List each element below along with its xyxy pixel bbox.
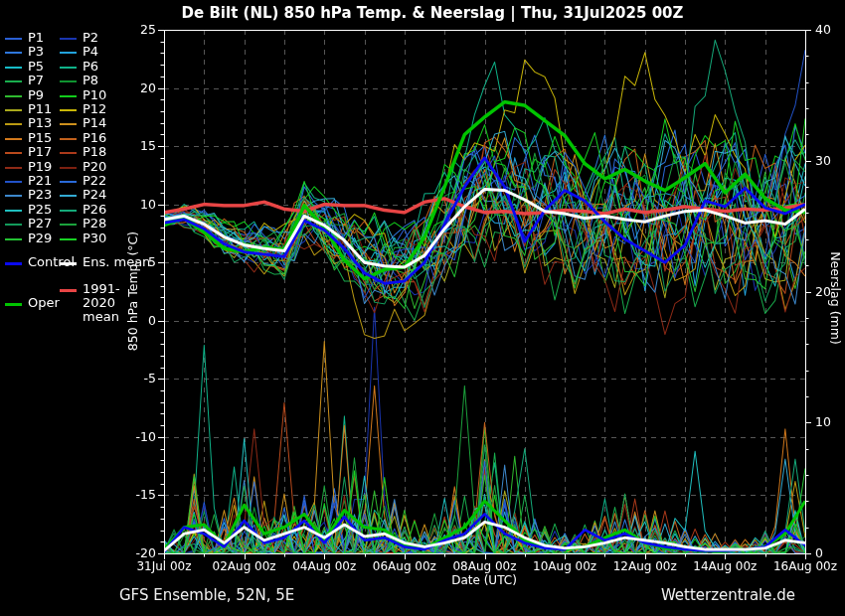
legend-item-p20-label: P20 xyxy=(83,160,106,174)
legend-item-p16-swatch xyxy=(60,138,77,140)
legend-item-p26-swatch xyxy=(60,210,77,212)
legend-item-p30-label: P30 xyxy=(83,231,106,245)
y-right-tick-label: 30 xyxy=(815,153,845,168)
x-tick-label: 10Aug 00z xyxy=(520,559,609,573)
legend-item-p5-swatch xyxy=(5,67,22,69)
legend-item-p6-label: P6 xyxy=(83,60,98,74)
legend-item-p10-label: P10 xyxy=(83,88,106,102)
x-axis-title: Date (UTC) xyxy=(405,573,564,587)
legend-item-p17-swatch xyxy=(5,152,22,154)
page-title: De Bilt (NL) 850 hPa Temp. & Neerslag | … xyxy=(30,4,835,22)
y-left-tick-label: -15 xyxy=(124,487,156,502)
footer-model-info: GFS Ensemble, 52N, 5E xyxy=(119,586,294,604)
legend-item-p3-swatch xyxy=(5,52,22,54)
y-left-tick-label: 25 xyxy=(124,22,156,37)
legend-item-p2-label: P2 xyxy=(83,31,98,45)
legend-item-p8-label: P8 xyxy=(83,74,98,87)
y-left-tick-label: 5 xyxy=(124,254,156,269)
legend-item-p14-swatch xyxy=(60,123,77,125)
legend-item-p9-label: P9 xyxy=(28,88,44,102)
x-tick-label: 31Jul 00z xyxy=(119,559,209,573)
y-right-tick-label: 10 xyxy=(815,414,845,429)
y-right-tick-label: 40 xyxy=(815,22,845,37)
legend-item-p24-label: P24 xyxy=(83,188,106,202)
legend-item-oper-label: Oper xyxy=(28,296,60,310)
legend-item-p4-swatch xyxy=(60,52,77,54)
legend-item-p29-label: P29 xyxy=(28,231,52,245)
y-left-tick-label: 0 xyxy=(124,313,156,328)
legend-item-p25-swatch xyxy=(5,210,22,212)
legend-item-p3-label: P3 xyxy=(28,45,44,59)
y-right-tick-label: 20 xyxy=(815,284,845,299)
legend-item-p18-label: P18 xyxy=(83,145,106,159)
legend-item-p30-swatch xyxy=(60,238,77,240)
legend-item-p19-swatch xyxy=(5,167,22,169)
legend-item-p15-label: P15 xyxy=(28,131,52,145)
legend-item-p20-swatch xyxy=(60,167,77,169)
legend-item-p21-label: P21 xyxy=(28,174,52,188)
legend-item-p9-swatch xyxy=(5,95,22,97)
x-tick-label: 16Aug 00z xyxy=(760,559,845,573)
legend-item-p14-label: P14 xyxy=(83,116,106,130)
legend-item-p22-swatch xyxy=(60,181,77,183)
y-left-tick-label: -20 xyxy=(124,545,156,560)
legend-item-p25-label: P25 xyxy=(28,203,52,217)
legend-item-p5-label: P5 xyxy=(28,60,44,74)
legend-item-p26-label: P26 xyxy=(83,203,106,217)
legend-item-p11-label: P11 xyxy=(28,102,52,116)
legend-item-p2-swatch xyxy=(60,38,77,40)
legend-item-clim-swatch xyxy=(60,289,77,292)
y-left-tick-label: 10 xyxy=(124,197,156,212)
legend-item-p11-swatch xyxy=(5,109,22,111)
legend-item-p23-label: P23 xyxy=(28,188,52,202)
legend-item-p13-label: P13 xyxy=(28,116,52,130)
y-left-tick-label: 15 xyxy=(124,138,156,153)
x-tick-label: 02Aug 00z xyxy=(200,559,289,573)
legend-item-p18-swatch xyxy=(60,152,77,154)
meteogram-screen: De Bilt (NL) 850 hPa Temp. & Neerslag | … xyxy=(0,0,845,616)
legend-item-p12-label: P12 xyxy=(83,102,106,116)
legend-item-p13-swatch xyxy=(5,123,22,125)
x-tick-label: 06Aug 00z xyxy=(360,559,449,573)
x-tick-label: 12Aug 00z xyxy=(600,559,690,573)
legend-item-p8-swatch xyxy=(60,80,77,82)
legend-item-p12-swatch xyxy=(60,109,77,111)
legend-item-p4-label: P4 xyxy=(83,45,98,59)
legend-item-p23-swatch xyxy=(5,195,22,197)
legend-item-p28-swatch xyxy=(60,224,77,226)
x-tick-label: 08Aug 00z xyxy=(440,559,530,573)
y-left-tick-label: -10 xyxy=(124,429,156,444)
legend-item-p27-label: P27 xyxy=(28,217,52,231)
legend-item-p21-swatch xyxy=(5,181,22,183)
y-left-tick-label: -5 xyxy=(124,371,156,385)
x-tick-label: 04Aug 00z xyxy=(279,559,369,573)
y-left-tick-label: 20 xyxy=(124,80,156,95)
footer-branding: Wetterzentrale.de xyxy=(557,586,795,604)
ensemble-legend: P1P2P3P4P5P6P7P8P9P10P11P12P13P14P15P16P… xyxy=(0,28,159,321)
legend-item-ens-mean-swatch xyxy=(60,262,77,265)
legend-item-p7-label: P7 xyxy=(28,74,44,87)
legend-item-p15-swatch xyxy=(5,138,22,140)
legend-item-p24-swatch xyxy=(60,195,77,197)
legend-item-p1-swatch xyxy=(5,38,22,40)
legend-item-p17-label: P17 xyxy=(28,145,52,159)
legend-item-p6-swatch xyxy=(60,67,77,69)
legend-item-p27-swatch xyxy=(5,224,22,226)
legend-item-p7-swatch xyxy=(5,80,22,82)
y-right-tick-label: 0 xyxy=(815,545,845,560)
x-tick-label: 14Aug 00z xyxy=(680,559,769,573)
legend-item-p22-label: P22 xyxy=(83,174,106,188)
legend-item-p1-label: P1 xyxy=(28,31,44,45)
legend-item-p29-swatch xyxy=(5,238,22,240)
legend-item-p28-label: P28 xyxy=(83,217,106,231)
legend-item-p16-label: P16 xyxy=(83,131,106,145)
legend-item-p19-label: P19 xyxy=(28,160,52,174)
legend-item-p10-swatch xyxy=(60,95,77,97)
legend-item-oper-swatch xyxy=(5,303,22,306)
legend-item-control-swatch xyxy=(5,262,22,265)
